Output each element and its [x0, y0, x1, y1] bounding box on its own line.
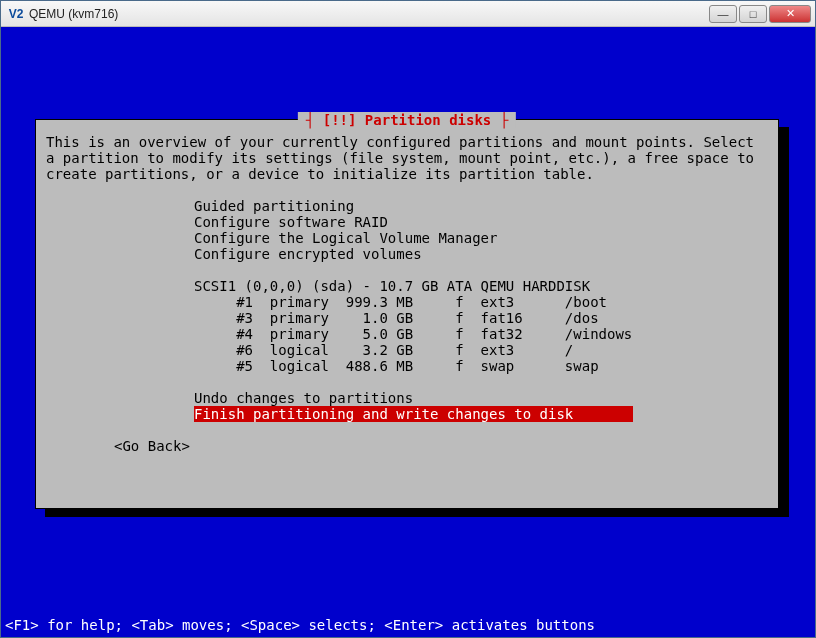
menu-raid[interactable]: Configure software RAID	[194, 214, 768, 230]
partition-dialog: ┤ [!!] Partition disks ├ This is an over…	[35, 119, 779, 509]
maximize-button[interactable]: □	[739, 5, 767, 23]
partition-row[interactable]: #6 logical 3.2 GB f ext3 /	[194, 342, 768, 358]
help-bar: <F1> for help; <Tab> moves; <Space> sele…	[5, 617, 811, 633]
partition-row[interactable]: #1 primary 999.3 MB f ext3 /boot	[194, 294, 768, 310]
menu-encrypted[interactable]: Configure encrypted volumes	[194, 246, 768, 262]
qemu-window: V2 QEMU (kvm716) — □ ✕ ┤ [!!] Partition …	[0, 0, 816, 638]
minimize-button[interactable]: —	[709, 5, 737, 23]
window-controls: — □ ✕	[709, 5, 811, 23]
menu-lvm[interactable]: Configure the Logical Volume Manager	[194, 230, 768, 246]
partition-row[interactable]: #5 logical 488.6 MB f swap swap	[194, 358, 768, 374]
go-back-button[interactable]: <Go Back>	[114, 438, 768, 454]
close-button[interactable]: ✕	[769, 5, 811, 23]
menu-list: Guided partitioning Configure software R…	[194, 198, 768, 422]
dialog-title: ┤ [!!] Partition disks ├	[298, 112, 516, 128]
menu-finish[interactable]: Finish partitioning and write changes to…	[194, 406, 633, 422]
app-icon: V2	[7, 5, 25, 23]
titlebar[interactable]: V2 QEMU (kvm716) — □ ✕	[1, 1, 815, 27]
disk-header[interactable]: SCSI1 (0,0,0) (sda) - 10.7 GB ATA QEMU H…	[194, 278, 768, 294]
window-title: QEMU (kvm716)	[29, 7, 709, 21]
dialog-body: This is an overview of your currently co…	[36, 120, 778, 468]
menu-guided[interactable]: Guided partitioning	[194, 198, 768, 214]
dialog-intro-text: This is an overview of your currently co…	[46, 134, 768, 182]
partition-row[interactable]: #3 primary 1.0 GB f fat16 /dos	[194, 310, 768, 326]
partition-row[interactable]: #4 primary 5.0 GB f fat32 /windows	[194, 326, 768, 342]
console-area: ┤ [!!] Partition disks ├ This is an over…	[1, 27, 815, 637]
menu-undo[interactable]: Undo changes to partitions	[194, 390, 768, 406]
